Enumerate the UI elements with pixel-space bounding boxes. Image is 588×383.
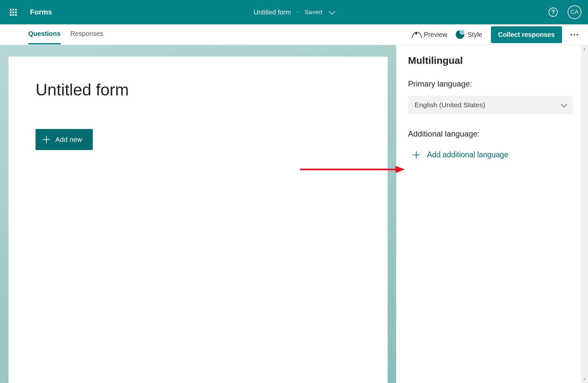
- primary-language-select[interactable]: English (United States): [408, 96, 573, 114]
- primary-language-value: English (United States): [415, 101, 485, 109]
- scrollbar[interactable]: ▲ ▼: [581, 45, 588, 383]
- add-new-label: Add new: [55, 136, 82, 143]
- top-bar-right: CA: [549, 5, 581, 19]
- chevron-down-icon: [561, 101, 567, 108]
- status-separator: -: [297, 9, 298, 15]
- add-additional-language-link[interactable]: Add additional language: [413, 150, 573, 159]
- primary-language-label: Primary language:: [408, 79, 573, 89]
- main-area: Untitled form Add new Multilingual Prima…: [0, 45, 588, 383]
- sub-nav-right: Preview Style Collect responses: [412, 26, 578, 43]
- plus-icon: [413, 151, 420, 159]
- form-heading[interactable]: Untitled form: [36, 80, 361, 99]
- chevron-down-icon[interactable]: [329, 8, 335, 15]
- preview-action[interactable]: Preview: [412, 31, 447, 38]
- sub-nav-bar: Questions Responses Preview Style Collec…: [0, 24, 588, 45]
- panel-heading: Multilingual: [408, 55, 573, 66]
- more-icon[interactable]: [571, 34, 578, 36]
- canvas-wrap: Untitled form Add new: [0, 45, 396, 383]
- multilingual-panel: Multilingual Primary language: English (…: [396, 45, 588, 383]
- tabs: Questions Responses: [28, 25, 103, 44]
- style-label: Style: [468, 31, 482, 38]
- add-new-button[interactable]: Add new: [36, 129, 93, 150]
- avatar[interactable]: CA: [568, 5, 581, 19]
- app-launcher-icon[interactable]: [10, 9, 17, 16]
- top-bar-center: Untitled form - Saved: [254, 9, 335, 16]
- scroll-thumb[interactable]: [581, 52, 588, 376]
- style-icon: [456, 30, 464, 39]
- plus-icon: [43, 136, 50, 143]
- style-action[interactable]: Style: [456, 30, 482, 39]
- scroll-down-icon[interactable]: ▼: [581, 376, 588, 383]
- top-bar: Forms Untitled form - Saved CA: [0, 0, 588, 24]
- help-icon[interactable]: [549, 8, 558, 17]
- save-status: Saved: [304, 9, 322, 16]
- collect-responses-button[interactable]: Collect responses: [491, 26, 562, 43]
- app-name[interactable]: Forms: [30, 8, 52, 16]
- eye-icon: [412, 32, 421, 37]
- preview-label: Preview: [424, 31, 447, 38]
- tab-responses[interactable]: Responses: [70, 25, 103, 44]
- tab-questions[interactable]: Questions: [28, 25, 61, 44]
- form-title-header[interactable]: Untitled form: [254, 9, 291, 16]
- additional-language-label: Additional language:: [408, 129, 573, 139]
- add-additional-language-label: Add additional language: [427, 150, 508, 159]
- scroll-up-icon[interactable]: ▲: [581, 45, 588, 52]
- form-canvas: Untitled form Add new: [9, 57, 388, 383]
